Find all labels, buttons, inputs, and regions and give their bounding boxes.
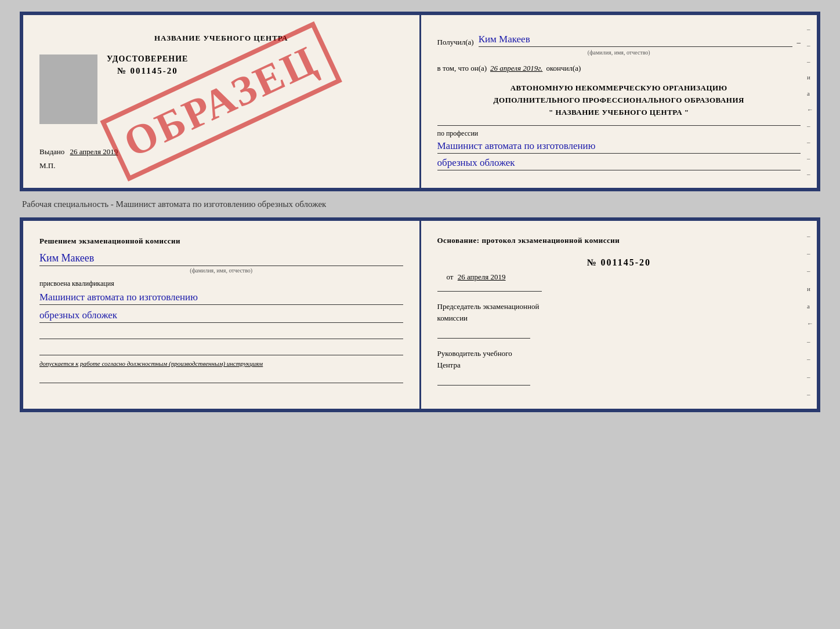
protocol-number: № 001145-20 — [437, 257, 801, 268]
basis-label: Основание: протокол экзаменационной коми… — [437, 236, 620, 245]
recipient-label: Получил(а) — [437, 38, 474, 47]
mp-label: М.П. — [39, 161, 55, 170]
recipient-name: Ким Макеев — [479, 34, 792, 47]
allowed-main-text: работе согласно должностным (производств… — [80, 360, 263, 367]
top-document-card: НАЗВАНИЕ УЧЕБНОГО ЦЕНТРА УДОСТОВЕРЕНИЕ №… — [20, 12, 820, 191]
person-name-bottom: Ким Макеев — [39, 252, 403, 264]
assigned-label: присвоена квалификация — [39, 279, 403, 288]
org-line1: АВТОНОМНУЮ НЕКОММЕРЧЕСКУЮ ОРГАНИЗАЦИЮ — [437, 82, 801, 94]
bottom-card-left: Решением экзаменационной комиссии Ким Ма… — [23, 221, 421, 409]
qual-line2: обрезных обложек — [39, 310, 403, 323]
profession-line1: Машинист автомата по изготовлению — [437, 140, 801, 154]
issued-date: 26 апреля 2019 — [70, 147, 118, 156]
allowed-text: допускается к работе согласно должностны… — [39, 360, 403, 367]
org-line2: ДОПОЛНИТЕЛЬНОГО ПРОФЕССИОНАЛЬНОГО ОБРАЗО… — [437, 94, 801, 107]
allowed-prefix: допускается к — [39, 360, 78, 367]
blank-line2 — [39, 344, 403, 355]
top-left-title: НАЗВАНИЕ УЧЕБНОГО ЦЕНТРА — [39, 34, 403, 43]
bottom-title-line1: Решением экзаменационной комиссии — [39, 237, 180, 245]
date-underline — [437, 291, 542, 292]
commission-head: Председатель экзаменационной комиссии — [437, 301, 801, 323]
bottom-card-right: Основание: протокол экзаменационной коми… — [421, 221, 817, 409]
bottom-right-side-marks: – – – и а ← – – – – — [807, 221, 813, 409]
recipient-dash: – — [797, 38, 801, 47]
recipient-line: Получил(а) Ким Макеев – — [437, 34, 801, 47]
blank-line3 — [39, 372, 403, 383]
name-hint-bottom: (фамилия, имя, отчество) — [39, 266, 403, 274]
center-head-label: Руководитель учебного — [437, 348, 801, 359]
protocol-date-value: 26 апреля 2019 — [458, 272, 506, 281]
name-hint-top: (фамилия, имя, отчество) — [437, 49, 801, 56]
mp-line: М.П. — [39, 161, 403, 170]
org-block: АВТОНОМНУЮ НЕКОММЕРЧЕСКУЮ ОРГАНИЗАЦИЮ ДО… — [437, 82, 801, 118]
right-side-marks: – – – и а ← – – – – — [807, 15, 813, 188]
protocol-date-prefix: от — [447, 272, 454, 281]
bottom-document-card: Решением экзаменационной комиссии Ким Ма… — [20, 217, 820, 412]
org-line3: " НАЗВАНИЕ УЧЕБНОГО ЦЕНТРА " — [437, 107, 801, 119]
allowed-main: работе согласно должностным (производств… — [80, 360, 263, 367]
top-card-right: Получил(а) Ким Макеев – (фамилия, имя, о… — [421, 15, 817, 188]
commission-head-label: Председатель экзаменационной — [437, 301, 801, 312]
specialty-text: Рабочая специальность - Машинист автомат… — [20, 199, 326, 209]
bottom-left-title: Решением экзаменационной комиссии — [39, 235, 403, 248]
center-head-label2: Центра — [437, 359, 801, 371]
photo-placeholder — [39, 54, 97, 124]
protocol-date: от 26 апреля 2019 — [437, 272, 801, 282]
cert-info: УДОСТОВЕРЕНИЕ № 001145-20 — [107, 54, 188, 76]
commission-sign-line — [437, 327, 530, 339]
completion-line: в том, что он(а) 26 апреля 2019г. окончи… — [437, 64, 801, 73]
completion-label: в том, что он(а) — [437, 64, 487, 73]
divider1 — [437, 125, 801, 126]
basis-block: Основание: протокол экзаменационной коми… — [437, 235, 801, 247]
top-card-left: НАЗВАНИЕ УЧЕБНОГО ЦЕНТРА УДОСТОВЕРЕНИЕ №… — [23, 15, 421, 188]
cert-number: № 001145-20 — [107, 66, 188, 76]
completion-date: 26 апреля 2019г. — [490, 64, 542, 73]
issued-label: Выдано — [39, 147, 64, 156]
commission-head-label2: комиссии — [437, 312, 801, 324]
completion-suffix: окончил(а) — [546, 64, 581, 73]
issued-line: Выдано 26 апреля 2019 — [39, 147, 403, 157]
cert-title: УДОСТОВЕРЕНИЕ — [107, 54, 188, 64]
blank-line1 — [39, 328, 403, 339]
profession-line2: обрезных обложек — [437, 157, 801, 170]
profession-label: по профессии — [437, 129, 801, 138]
center-sign-line — [437, 374, 530, 386]
center-head: Руководитель учебного Центра — [437, 348, 801, 370]
qual-line1: Машинист автомата по изготовлению — [39, 292, 403, 305]
